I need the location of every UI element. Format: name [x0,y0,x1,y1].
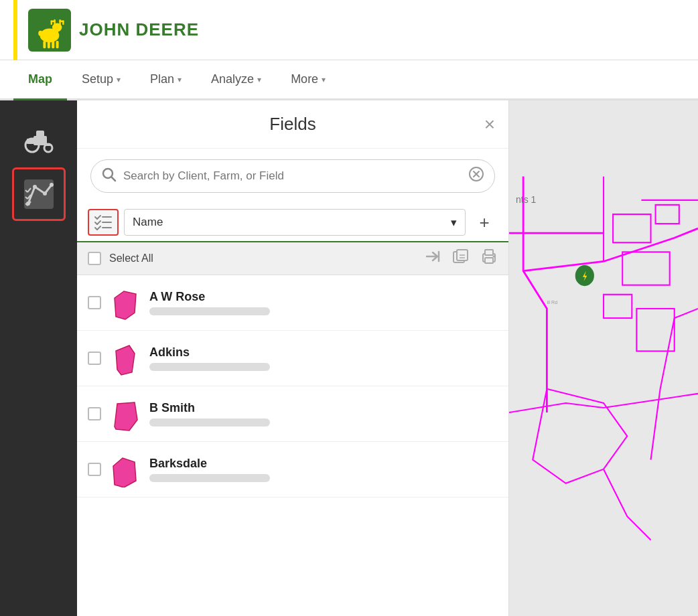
map-svg: ill Rd [509,100,698,616]
field-checkbox[interactable] [88,407,101,420]
field-info: Adkins [149,345,498,371]
chevron-down-icon: ▾ [178,75,182,84]
main-content: Fields × [0,100,698,616]
svg-point-23 [33,185,37,189]
bulk-actions [424,249,498,268]
field-thumbnail [111,340,140,376]
list-item[interactable]: Adkins [77,331,508,386]
field-list: A W Rose Adkins [77,275,508,616]
svg-rect-3 [53,27,58,35]
svg-point-25 [50,183,54,187]
fields-panel: Fields × [77,100,509,616]
logo-text: John Deere [79,19,199,40]
field-info: Barksdale [149,457,498,482]
field-info: B Smith [149,401,498,427]
map-area[interactable]: ill Rd nts 1 [509,100,698,616]
svg-rect-18 [36,131,44,137]
field-name: B Smith [149,401,498,415]
field-subtitle [149,474,270,482]
nav-item-analyze[interactable]: Analyze ▾ [196,60,276,100]
field-info: A W Rose [149,290,498,315]
field-subtitle [149,307,270,315]
yellow-accent-bar [13,0,17,60]
field-checkbox[interactable] [88,463,101,476]
svg-rect-7 [56,41,59,48]
svg-point-14 [38,30,42,35]
field-thumbnail [111,396,140,432]
chevron-down-icon: ▾ [322,75,326,84]
svg-rect-8 [54,19,55,26]
svg-rect-19 [27,139,35,144]
print-icon[interactable] [480,249,498,268]
copy-icon[interactable] [452,249,470,268]
sort-dropdown[interactable]: Name ▾ [124,209,466,236]
sort-label: Name [133,216,163,229]
svg-point-53 [493,256,495,258]
chevron-down-icon: ▾ [257,75,261,84]
nav-item-more[interactable]: More ▾ [276,60,340,100]
svg-rect-10 [51,20,56,21]
nav-item-setup[interactable]: Setup ▾ [67,60,135,100]
svg-rect-6 [52,41,54,48]
field-subtitle [149,363,270,371]
dropdown-arrow-icon: ▾ [451,216,457,230]
svg-rect-11 [59,19,60,26]
field-thumbnail [111,451,140,487]
svg-line-38 [97,216,100,219]
sidebar-tractor-icon[interactable] [12,110,66,164]
nav-item-map[interactable]: Map [13,60,67,100]
field-name: A W Rose [149,290,498,304]
nav-item-plan[interactable]: Plan ▾ [135,60,196,100]
list-item[interactable]: Barksdale [77,442,508,497]
list-item[interactable]: B Smith [77,386,508,442]
search-box [90,159,495,193]
field-subtitle [149,418,270,427]
svg-rect-51 [485,250,493,255]
share-icon[interactable] [424,249,441,268]
svg-rect-52 [485,258,493,263]
svg-rect-13 [62,20,64,24]
add-field-button[interactable]: + [471,209,498,236]
svg-rect-5 [48,41,50,48]
deer-logo-icon [28,9,71,52]
chevron-down-icon: ▾ [117,75,121,84]
select-all-row: Select All [77,242,508,275]
panel-title: Fields [269,114,316,135]
search-input[interactable] [123,169,462,183]
svg-line-41 [97,221,100,224]
select-all-checkbox[interactable] [88,252,101,265]
field-name: Adkins [149,345,498,360]
field-thumbnail [111,285,140,321]
sidebar [0,100,77,616]
list-view-button[interactable] [88,209,119,236]
field-checkbox[interactable] [88,352,101,365]
list-item[interactable]: A W Rose [77,275,508,331]
sidebar-fields-icon[interactable] [12,167,66,221]
field-checkbox[interactable] [88,296,101,309]
logo: John Deere [28,9,199,52]
toolbar-row: Name ▾ + [77,204,508,242]
select-all-label[interactable]: Select All [109,252,153,264]
panel-header: Fields × [77,100,508,149]
svg-rect-4 [43,41,46,48]
svg-rect-17 [33,136,47,145]
clear-search-icon[interactable] [469,167,484,185]
svg-line-33 [112,177,116,181]
search-container [77,149,508,204]
field-name: Barksdale [149,457,498,471]
navigation: Map Setup ▾ Plan ▾ Analyze ▾ More ▾ [0,60,698,100]
svg-line-44 [97,226,100,230]
svg-point-24 [43,191,47,196]
close-button[interactable]: × [484,115,495,134]
header: John Deere [0,0,698,60]
svg-text:ill Rd: ill Rd [547,300,557,305]
search-icon [102,167,117,185]
